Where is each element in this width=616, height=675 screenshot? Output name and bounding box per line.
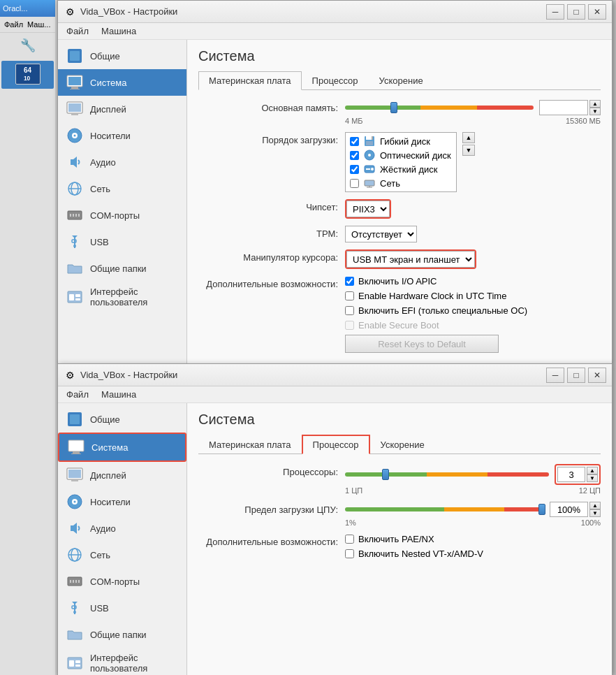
ram-slider-thumb[interactable] xyxy=(390,102,397,113)
sidebar-item-usb-1[interactable]: USB xyxy=(58,228,186,255)
ram-input[interactable]: 4047 МБ xyxy=(539,100,588,115)
tab-processor-1[interactable]: Процессор xyxy=(302,71,369,90)
svg-rect-20 xyxy=(78,214,80,217)
ram-spinbox-btns: ▲ ▼ xyxy=(589,100,601,115)
sidebar-item-audio-1[interactable]: Аудио xyxy=(58,149,186,175)
load-input[interactable] xyxy=(550,502,588,517)
com-label-2: COM-порты xyxy=(90,576,140,587)
load-up-btn[interactable]: ▲ xyxy=(589,502,601,509)
vm-entry-1[interactable]: 6410 xyxy=(1,61,54,89)
sharedfolder-icon-2 xyxy=(65,626,85,643)
tab-motherboard-2[interactable]: Материнская плата xyxy=(198,435,302,454)
paenx-checkbox[interactable] xyxy=(345,535,354,544)
close-btn-2[interactable]: ✕ xyxy=(588,368,606,383)
minimize-btn-2[interactable]: ─ xyxy=(546,368,564,383)
sidebar-item-media-2[interactable]: Носители xyxy=(58,488,186,515)
vm-icon-1: 6410 xyxy=(15,64,41,85)
maximize-btn-1[interactable]: □ xyxy=(567,4,585,20)
boot-label: Порядок загрузки: xyxy=(198,132,345,145)
boot-item-hdd: Жёсткий диск xyxy=(347,162,455,176)
sidebar-item-network-1[interactable]: Сеть xyxy=(58,175,186,202)
load-row: Предел загрузки ЦПУ: ▲ ▼ xyxy=(198,502,601,527)
sidebar-item-ui-1[interactable]: Интерфейс пользователя xyxy=(58,282,186,312)
boot-hdd-label: Жёсткий диск xyxy=(380,164,438,175)
sidebar-item-sharedfolders-1[interactable]: Общие папки xyxy=(58,255,186,282)
cpu-up-btn[interactable]: ▲ xyxy=(587,467,598,474)
boot-down-btn[interactable]: ▼ xyxy=(462,145,475,156)
display-label-2: Дисплей xyxy=(90,470,126,481)
load-down-btn[interactable]: ▼ xyxy=(589,509,601,517)
reset-keys-btn[interactable]: Reset Keys to Default xyxy=(345,335,499,353)
cursor-select[interactable]: USB МТ экран и планшет PS/2 мышь USB мыш… xyxy=(346,251,475,268)
load-slider-track[interactable] xyxy=(345,507,544,511)
cpu-control: ▲ ▼ 1 ЦП 12 ЦП xyxy=(345,464,601,495)
background-app: Oracl... Файл Маш... 🔧 6410 xyxy=(0,0,56,675)
svg-rect-1 xyxy=(70,51,80,61)
nested-checkbox[interactable] xyxy=(345,549,354,558)
sidebar-item-network-2[interactable]: Сеть xyxy=(58,542,186,568)
menu-machine-1[interactable]: Машина xyxy=(96,24,142,38)
ram-down-btn[interactable]: ▼ xyxy=(589,108,601,115)
tab-acceleration-2[interactable]: Ускорение xyxy=(370,435,435,454)
network-label-2: Сеть xyxy=(90,550,110,560)
sidebar-item-usb-2[interactable]: USB xyxy=(58,595,186,621)
wrench-icon: 🔧 xyxy=(20,38,36,53)
titlebar-controls-1: ─ □ ✕ xyxy=(546,4,606,20)
load-slider-thumb[interactable] xyxy=(538,504,545,515)
cpu-slider-thumb[interactable] xyxy=(382,469,389,480)
tab-motherboard-1[interactable]: Материнская плата xyxy=(198,71,302,90)
svg-rect-46 xyxy=(73,451,80,453)
boot-hdd-check[interactable] xyxy=(350,165,359,174)
tab-processor-2[interactable]: Процессор xyxy=(302,435,370,454)
svg-rect-60 xyxy=(73,580,74,583)
boot-up-btn[interactable]: ▲ xyxy=(462,132,475,143)
tpm-select[interactable]: Отсутствует 1.2 2.0 xyxy=(345,226,417,242)
sidebar-item-system-1[interactable]: Система xyxy=(58,69,186,96)
sidebar-item-general-1[interactable]: Общие xyxy=(58,43,186,69)
boot-floppy-check[interactable] xyxy=(350,137,359,146)
sidebar-item-audio-2[interactable]: Аудио xyxy=(58,515,186,542)
boot-item-floppy: Гибкий диск xyxy=(347,134,455,148)
sidebar-item-display-1[interactable]: Дисплей xyxy=(58,96,186,122)
bg-titlebar: Oracl... xyxy=(0,0,55,17)
minimize-btn-1[interactable]: ─ xyxy=(546,4,564,20)
sidebar-item-system-2[interactable]: Система xyxy=(58,433,186,462)
sidebar-item-display-2[interactable]: Дисплей xyxy=(58,462,186,488)
menu-file-1[interactable]: Файл xyxy=(61,24,94,38)
maximize-btn-2[interactable]: □ xyxy=(567,368,585,383)
menu-file-2[interactable]: Файл xyxy=(61,388,94,401)
extra-label-2: Дополнительные возможности: xyxy=(198,534,345,547)
utctime-checkbox[interactable] xyxy=(345,291,354,300)
sidebar-item-ui-2[interactable]: Интерфейс пользователя xyxy=(58,648,186,675)
ui-label-1: Интерфейс пользователя xyxy=(90,286,179,307)
bg-menu-file[interactable]: Файл xyxy=(3,20,24,29)
boot-optical-check[interactable] xyxy=(350,151,359,160)
chipset-highlight: PIIX3 ICH9 xyxy=(345,199,391,219)
sidebar-item-media-1[interactable]: Носители xyxy=(58,122,186,149)
cpu-slider-track[interactable] xyxy=(345,472,549,477)
ram-up-btn[interactable]: ▲ xyxy=(589,100,601,108)
panel-title-2: Система xyxy=(198,412,601,428)
sidebar-item-general-2[interactable]: Общие xyxy=(58,406,186,433)
boot-network-check[interactable] xyxy=(350,179,359,188)
sidebar-item-sharedfolders-2[interactable]: Общие папки xyxy=(58,621,186,648)
svg-rect-50 xyxy=(71,479,78,481)
menu-machine-2[interactable]: Машина xyxy=(96,388,142,401)
svg-rect-3 xyxy=(68,77,81,85)
extra-control-1: Включить I/O APIC Enable Hardware Clock … xyxy=(345,276,601,353)
cpu-input[interactable] xyxy=(557,467,585,482)
cpu-down-btn[interactable]: ▼ xyxy=(587,474,598,482)
close-btn-1[interactable]: ✕ xyxy=(588,4,606,20)
ram-slider-track[interactable] xyxy=(345,106,534,110)
boot-floppy-label: Гибкий диск xyxy=(380,136,430,147)
chipset-select[interactable]: PIIX3 ICH9 xyxy=(346,201,390,217)
svg-rect-19 xyxy=(75,214,77,217)
sidebar-item-com-2[interactable]: COM-порты xyxy=(58,568,186,595)
tab-acceleration-1[interactable]: Ускорение xyxy=(369,71,434,90)
sidebar-item-com-1[interactable]: COM-порты xyxy=(58,202,186,228)
efi-checkbox[interactable] xyxy=(345,306,354,315)
secureboot-checkbox[interactable] xyxy=(345,321,354,330)
svg-marker-64 xyxy=(72,602,78,604)
ioapic-checkbox[interactable] xyxy=(345,277,354,286)
bg-menu-machine[interactable]: Маш... xyxy=(26,20,52,29)
